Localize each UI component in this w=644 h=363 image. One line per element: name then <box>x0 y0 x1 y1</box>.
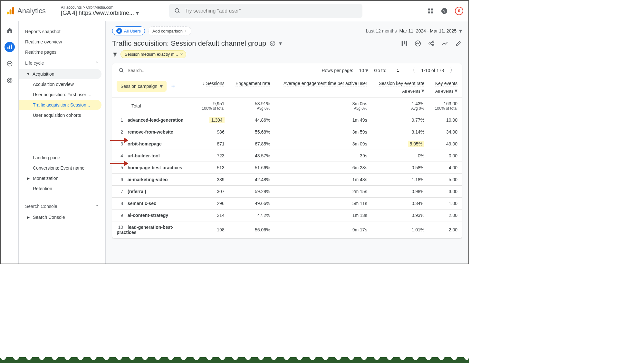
help-icon[interactable]: ? <box>441 7 448 14</box>
sidebar-group-search-console[interactable]: ▶Search Console <box>19 212 105 222</box>
sort-down-icon: ↓ <box>203 81 205 86</box>
table-row[interactable]: 3orbit-homepage87167.85%3m 09s5.05%49.00 <box>112 138 462 150</box>
check-circle-icon[interactable] <box>269 40 276 47</box>
insights-icon[interactable] <box>414 40 421 47</box>
search-icon <box>119 68 124 73</box>
rail-explore-icon[interactable] <box>5 59 15 69</box>
chip-add-comparison[interactable]: Add comparison+ <box>148 26 191 35</box>
table-row[interactable]: 4url-builder-tool72343.57%39s0%0.00 <box>112 150 462 162</box>
sidebar-group-acquisition[interactable]: ▼ Acquisition <box>19 69 101 79</box>
page-title: Traffic acquisition: Session default cha… <box>112 39 282 48</box>
sidebar-item-retention[interactable]: Retention <box>19 183 105 194</box>
column-key-event-rate[interactable]: Session key event rateAll events ▾ <box>372 78 429 98</box>
property-name: [GA 4] https://www.orbitme... <box>61 10 134 16</box>
column-engagement-rate[interactable]: Engagement rate <box>229 78 275 98</box>
logo-group: Analytics <box>6 6 56 15</box>
share-icon[interactable] <box>428 40 435 47</box>
filter-pill-session-medium[interactable]: Session medium exactly m... ✕ <box>120 50 186 58</box>
sidebar-item-user-acquisition[interactable]: User acquisition: First user ... <box>19 89 105 100</box>
next-page-icon[interactable]: 〉 <box>450 67 456 74</box>
sidebar-item-acquisition-overview[interactable]: Acquisition overview <box>19 79 105 89</box>
dimension-picker[interactable]: Session campaign▾ <box>117 81 167 92</box>
edit-icon[interactable] <box>455 40 462 47</box>
svg-rect-1 <box>10 9 12 14</box>
page-range-text: 1-10 of 178 <box>421 68 444 73</box>
goto-label: Go to: <box>374 68 386 73</box>
sidebar-item-realtime-overview[interactable]: Realtime overview <box>19 37 105 47</box>
close-icon[interactable]: ✕ <box>180 52 183 57</box>
svg-rect-5 <box>428 8 430 10</box>
table-row[interactable]: 10lead-generation-best-practices19856.06… <box>112 221 462 238</box>
property-picker[interactable]: All accounts > OrbitMedia.com [GA 4] htt… <box>61 5 164 17</box>
sidebar-item-landing-page[interactable]: Landing page <box>19 153 105 163</box>
sidebar-item-user-cohorts[interactable]: User acquisition cohorts <box>19 110 105 120</box>
chevron-right-icon: ▶ <box>27 176 30 181</box>
sidebar: Reports snapshot Realtime overview Realt… <box>19 21 106 264</box>
customize-icon[interactable] <box>401 40 408 47</box>
add-dimension-button[interactable]: + <box>170 83 176 90</box>
table-row[interactable]: 5homepage-best-practices51351.66%6m 28s0… <box>112 162 462 174</box>
svg-rect-0 <box>7 12 9 14</box>
svg-marker-33 <box>124 161 128 166</box>
rail-advertising-icon[interactable] <box>5 75 15 86</box>
rows-per-page-label: Rows per page: <box>322 68 353 73</box>
chevron-down-icon[interactable]: ▾ <box>455 88 457 94</box>
rail-home-icon[interactable] <box>5 25 15 35</box>
chevron-down-icon: ▾ <box>160 83 163 90</box>
chevron-down-icon: ▾ <box>459 27 462 34</box>
table-row[interactable]: 9ai-content-strategy21447.2%1m 13s0.93%2… <box>112 209 462 221</box>
chevron-down-icon[interactable]: ▾ <box>279 40 282 47</box>
totals-cell: 9,951100% of total <box>196 98 229 114</box>
column-avg-engagement-time[interactable]: Average engagement time per active user <box>274 78 371 98</box>
arrow-icon <box>110 137 128 144</box>
search-box[interactable] <box>169 4 362 18</box>
segment-badge-icon: A <box>116 28 122 34</box>
svg-marker-31 <box>124 138 128 143</box>
apps-grid-icon[interactable] <box>427 8 434 14</box>
analytics-logo-icon <box>6 6 15 15</box>
table-search-input[interactable] <box>128 68 186 73</box>
sidebar-item-conversions[interactable]: Conversions: Event name <box>19 163 105 173</box>
chevron-down-icon[interactable]: ▾ <box>421 88 424 94</box>
column-sessions[interactable]: ↓ Sessions <box>196 78 229 98</box>
svg-line-26 <box>430 42 432 43</box>
data-table-card: Rows per page: 10 ▾ Go to: 〈 1-10 of 178… <box>112 63 462 238</box>
chip-all-users[interactable]: AAll Users <box>112 26 145 35</box>
sidebar-item-reports-snapshot[interactable]: Reports snapshot <box>19 26 105 37</box>
search-input[interactable] <box>185 8 357 14</box>
rows-per-page-select[interactable]: 10 ▾ <box>359 67 368 74</box>
svg-rect-12 <box>9 46 10 49</box>
svg-line-27 <box>430 44 432 45</box>
table-row[interactable]: 2remove-from-website98655.68%3m 59s3.14%… <box>112 126 462 138</box>
chevron-up-icon: ⌃ <box>95 60 99 66</box>
sidebar-section-search-console[interactable]: Search Console ⌃ <box>19 200 105 212</box>
table-row[interactable]: 1advanced-lead-generation1,30444.86%1m 4… <box>112 114 462 126</box>
brand-name: Analytics <box>17 7 46 15</box>
filter-icon[interactable] <box>112 51 118 57</box>
table-row[interactable]: 6ai-marketing-video33942.48%1m 48s1.18%5… <box>112 174 462 186</box>
table-row[interactable]: 8semantic-seo29649.66%5m 11s0.34%1.00 <box>112 198 462 209</box>
sidebar-item-traffic-acquisition[interactable]: Traffic acquisition: Session... <box>19 100 101 110</box>
sidebar-item-realtime-pages[interactable]: Realtime pages <box>19 47 105 57</box>
svg-rect-7 <box>428 11 430 13</box>
svg-rect-6 <box>431 8 433 10</box>
sidebar-section-lifecycle[interactable]: Life cycle ⌃ <box>19 57 105 69</box>
left-rail <box>1 21 19 264</box>
plus-icon: + <box>185 29 187 33</box>
chevron-up-icon: ⌃ <box>95 204 99 209</box>
date-range-picker[interactable]: Last 12 months Mar 11, 2024 - Mar 11, 20… <box>366 27 462 34</box>
svg-rect-2 <box>12 7 14 14</box>
topbar: Analytics All accounts > OrbitMedia.com … <box>1 1 468 21</box>
table-row[interactable]: 7(referral)30759.28%2m 15s0.98%3.00 <box>112 186 462 198</box>
goto-input[interactable] <box>392 68 404 73</box>
sidebar-group-monetization[interactable]: ▶Monetization <box>19 173 105 183</box>
chevron-down-icon: ▾ <box>136 10 139 17</box>
column-key-events[interactable]: Key eventsAll events ▾ <box>429 78 462 98</box>
prev-page-icon[interactable]: 〈 <box>409 67 415 74</box>
property-breadcrumb: All accounts > OrbitMedia.com <box>61 5 164 10</box>
notification-counter[interactable]: 0 <box>455 7 463 15</box>
svg-point-16 <box>8 79 11 82</box>
rail-reports-icon[interactable] <box>5 42 15 52</box>
svg-rect-21 <box>406 41 407 46</box>
trend-icon[interactable] <box>441 40 448 47</box>
